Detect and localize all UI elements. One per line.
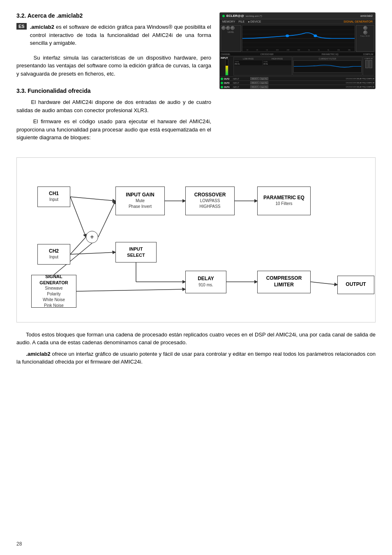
titlebar: ECLER@@ working.ami (*) amiclab2: [220, 13, 375, 19]
right-controls: Freq x 16.16: [356, 25, 374, 52]
out4-input-label: INPUT: [233, 86, 249, 88]
output-title: OUTPUT: [346, 281, 366, 288]
level-label: LEVEL: [221, 31, 240, 33]
complim-fader: [365, 60, 369, 68]
ch2-subtitle: Input: [49, 254, 58, 260]
out4-controls: SELECT Input EQ CROSSOVER DELAY PEQ COMP…: [250, 85, 374, 88]
block-ch2: CH2 Input: [37, 244, 70, 265]
ch2-title: CH2: [49, 248, 59, 255]
lp-control: TYPE 20k Hz: [234, 60, 262, 65]
lp-label: LOW-PASS: [234, 58, 262, 60]
out2-row: OUT2 INPUT SELECT Input EQ CROSSOVER DEL…: [220, 76, 375, 81]
svg-line-11: [98, 201, 115, 237]
out3-row: OUT3 INPUT SELECT Input EQ CROSSOVER DEL…: [220, 81, 375, 85]
ch1-subtitle: Input: [49, 197, 58, 203]
out4-select: SELECT: [250, 85, 259, 88]
software-screenshot: ECLER@@ working.ami (*) amiclab2 MEMORY …: [219, 12, 376, 89]
hp-freq: 20 Hz: [263, 63, 291, 65]
title-left: ECLER@@ working.ami (*): [222, 14, 262, 18]
input-gain-title: INPUT GAIN: [126, 192, 154, 198]
crossover-subtitle: LOWPASSHIGHPASS: [200, 198, 221, 210]
out2-select: SELECT: [250, 77, 259, 80]
section-3-3-para-2: El firmware es el código usado para ejec…: [16, 117, 211, 142]
bottom-text: Todos estos bloques que forman una caden…: [16, 331, 376, 366]
col-crossover: CROSSOVER: [236, 53, 298, 55]
crossover-headers: LOW-PASS HIGH-PASS: [234, 58, 291, 60]
block-ch1: CH1 Input: [37, 187, 70, 207]
out1-left: INPUT: [221, 57, 233, 76]
text-column: 3.2. Acerca de .amiclab2 ES .amiclab2 es…: [16, 12, 211, 145]
out2-delay: DELAY: [357, 78, 362, 80]
out3-delay: DELAY: [357, 82, 362, 84]
menu-bar: MEMORY FILE ● DEVICE SIGNAL GENERATOR: [220, 19, 375, 24]
knob-3: [231, 26, 235, 30]
out3-controls: SELECT Input EQ CROSSOVER DELAY PEQ COMP…: [250, 81, 374, 84]
peq-graph: [293, 60, 362, 73]
crossover-controls: TYPE 20k Hz TYPE 20 Hz: [234, 60, 291, 65]
out4-complim: COMP/LIM: [366, 86, 374, 88]
out3-peq: PEQ: [362, 82, 366, 84]
peq-section: CURRENT FILTER: [293, 57, 362, 76]
out3-eq: Input EQ: [260, 81, 269, 84]
software-screenshot-container: ECLER@@ working.ami (*) amiclab2 MEMORY …: [219, 12, 376, 145]
input-gain-subtitle: MutePhase Invert: [129, 198, 152, 210]
parametric-eq-title: PARAMETRIC EQ: [263, 195, 304, 201]
out3-crossover-label: CROSSOVER: [346, 82, 356, 84]
page-number: 28: [16, 541, 22, 547]
section-heading-3-3: 3.3. Funcionalidad ofrecida: [16, 88, 211, 94]
svg-point-6: [314, 35, 317, 37]
block-signal-gen: SIGNALGENERATOR SinewavePolarityWhite No…: [31, 275, 76, 308]
complim-section: COMP/LIM: [363, 57, 374, 76]
out4-led: [221, 86, 223, 88]
menu-item-memory: MEMORY: [222, 20, 235, 23]
signal-generator-label: SIGNAL GENERATOR: [344, 20, 373, 23]
out4-delay: DELAY: [357, 86, 362, 88]
peq-header: CURRENT FILTER: [293, 58, 362, 60]
svg-line-19: [311, 282, 337, 285]
block-delay: DELAY 910 ms.: [185, 271, 226, 293]
menu-item-file: FILE: [238, 20, 244, 23]
svg-line-8: [70, 197, 86, 237]
knob-2: [226, 26, 230, 30]
out3-complim: COMP/LIM: [366, 82, 374, 84]
col-channel: CHANNEL: [221, 53, 235, 55]
out2-controls: SELECT Input EQ CROSSOVER DELAY PEQ COMP…: [250, 77, 374, 80]
section-3-2-para-2: Su interfaz simula las características d…: [16, 54, 211, 78]
block-diagram-container: CH1 Input + CH2 Input SIGNALGENERATOR Si…: [16, 157, 376, 322]
signal-gen-title: SIGNALGENERATOR: [39, 274, 68, 286]
out1-row-expanded: INPUT LOW-PASS HIGH-PASS: [220, 56, 375, 76]
eq-curve-svg: [242, 25, 355, 51]
vu-fill: [226, 66, 228, 75]
peq-svg: [294, 61, 361, 72]
crossover-section: LOW-PASS HIGH-PASS TYPE 20k Hz TYPE 20 H…: [233, 57, 292, 76]
app-logo: ECLER@@: [226, 14, 244, 18]
freq-labels: 1020501002005001k2k5k10k20k: [242, 49, 355, 51]
complim-fader-2: [369, 60, 372, 68]
freq-display: Freq x 16.16: [357, 35, 374, 37]
out3-label: OUT3: [224, 82, 232, 84]
out4-peq: PEQ: [362, 86, 366, 88]
svg-line-20: [76, 289, 185, 291]
block-compressor-limiter: COMPRESSORLIMITER: [257, 271, 311, 293]
out2-led: [221, 78, 223, 80]
signal-gen-subtitle: SinewavePolarityWhite NoisePink Noise: [43, 286, 65, 309]
eq-graph: 1020501002005001k2k5k10k20k: [242, 25, 355, 52]
block-input-select: INPUTSELECT: [115, 242, 157, 263]
window-title: working.ami (*): [246, 15, 262, 17]
page: 3.2. Acerca de .amiclab2 ES .amiclab2 es…: [0, 0, 392, 386]
block-input-gain: INPUT GAIN MutePhase Invert: [115, 187, 165, 215]
language-badge: ES: [16, 23, 27, 30]
out3-led: [221, 82, 223, 84]
block-output: OUTPUT: [337, 276, 374, 294]
left-controls: LEVEL: [221, 25, 241, 52]
bottom-para-1: Todos estos bloques que forman una caden…: [16, 331, 376, 347]
svg-line-12: [70, 197, 115, 201]
menu-item-device: ● DEVICE: [248, 20, 261, 23]
lp-freq: 20k Hz: [235, 63, 262, 65]
channel-headers: CHANNEL CROSSOVER PARAMETRIC EQ COMP/LIM: [220, 53, 375, 56]
complim-controls: [364, 60, 374, 68]
section-3-2-para-1: .amiclab2 es el software de edición gráf…: [30, 23, 211, 47]
section-3-2-container: 3.2. Acerca de .amiclab2 ES .amiclab2 es…: [16, 12, 376, 145]
out2-crossover-label: CROSSOVER: [346, 78, 356, 80]
plus-circle: +: [86, 231, 98, 243]
